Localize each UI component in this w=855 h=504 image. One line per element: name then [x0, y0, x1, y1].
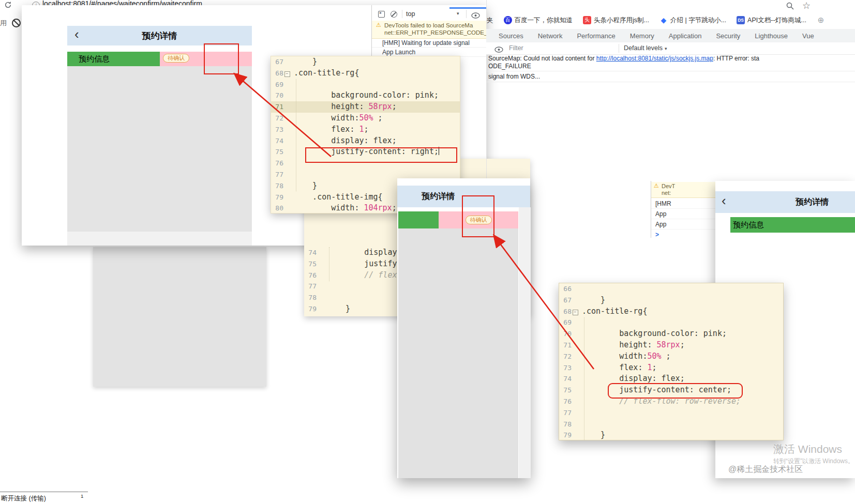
console-prompt[interactable]: >: [651, 230, 716, 238]
dropdown-caret-icon[interactable]: ▾: [457, 11, 459, 16]
tab-memory[interactable]: Memory: [630, 32, 654, 40]
line-number[interactable]: 74: [559, 373, 572, 385]
line-number[interactable]: 79: [304, 303, 317, 315]
code-line-70[interactable]: 70 background-color: pink;: [559, 328, 783, 340]
line-number[interactable]: 67: [559, 295, 572, 306]
line-number-gutter[interactable]: 72: [271, 113, 291, 124]
line-number-gutter[interactable]: 70: [559, 328, 579, 340]
sourcemap-link[interactable]: http://localhost:8081/static/js/sockjs.j…: [596, 55, 713, 62]
code-line-71[interactable]: 71 height: 58rpx;: [559, 340, 783, 351]
line-number-gutter[interactable]: 79: [271, 192, 291, 203]
line-number[interactable]: 72: [271, 113, 283, 124]
line-number[interactable]: 69: [271, 79, 283, 90]
tab-application[interactable]: Application: [669, 32, 702, 40]
line-number[interactable]: 75: [559, 385, 572, 396]
line-number-gutter[interactable]: 71: [559, 340, 579, 351]
code-line-68[interactable]: 68−.con-title-rg{: [559, 306, 783, 317]
line-number-gutter[interactable]: 67: [271, 56, 291, 68]
code-fold-icon[interactable]: −: [283, 68, 291, 79]
line-number[interactable]: 74: [304, 247, 317, 258]
tab-network[interactable]: Network: [538, 32, 563, 40]
bookmark-globe[interactable]: ⊕: [817, 16, 825, 24]
code-line-72[interactable]: 72 width:50% ;: [271, 113, 460, 124]
clear-console-icon[interactable]: [391, 11, 397, 18]
bookmark-star-icon[interactable]: ☆: [802, 0, 811, 11]
line-number-gutter[interactable]: 69: [271, 79, 291, 90]
line-number[interactable]: 76: [559, 396, 572, 407]
line-number[interactable]: 75: [304, 258, 317, 270]
bookmark-toutiao[interactable]: 头头条小程序用js制...: [583, 16, 649, 25]
code-line-67[interactable]: 67 }: [271, 56, 460, 68]
line-number-gutter[interactable]: 78: [271, 180, 291, 192]
line-number-gutter[interactable]: 69: [559, 317, 579, 328]
code-line-73[interactable]: 73 flex: 1;: [271, 124, 460, 135]
line-number-gutter[interactable]: 66: [559, 283, 579, 295]
line-number-gutter[interactable]: 76: [559, 396, 579, 407]
bookmark-ds[interactable]: DSAPI文档--灯饰商城...: [737, 16, 806, 25]
code-line-79[interactable]: 79 }: [559, 430, 783, 440]
line-number[interactable]: 73: [559, 362, 572, 374]
code-line-77[interactable]: 77: [559, 407, 783, 419]
code-line-69[interactable]: 69: [271, 79, 460, 90]
line-number[interactable]: 68: [559, 306, 572, 317]
line-number[interactable]: 76: [271, 158, 283, 169]
code-line-68[interactable]: 68−.con-title-rg{: [271, 68, 460, 79]
console-sidebar-icon[interactable]: [378, 11, 385, 18]
search-icon[interactable]: [786, 2, 794, 12]
back-chevron-icon[interactable]: ‹: [74, 26, 79, 42]
code-line-70[interactable]: 70 background-color: pink;: [271, 90, 460, 101]
line-number-gutter[interactable]: 77: [559, 407, 579, 419]
code-line-72[interactable]: 72 width:50% ;: [559, 351, 783, 362]
line-number[interactable]: 78: [271, 180, 283, 192]
line-number-gutter[interactable]: 79: [559, 430, 579, 440]
line-number[interactable]: 70: [559, 328, 572, 340]
tab-lighthouse[interactable]: Lighthouse: [755, 32, 788, 40]
bookmark-bytedance[interactable]: ◆介绍 | 字节跳动小...: [659, 16, 726, 25]
line-number-gutter[interactable]: 68−: [559, 306, 579, 317]
line-number[interactable]: 73: [271, 124, 283, 135]
line-number[interactable]: 72: [559, 351, 572, 362]
line-number-gutter[interactable]: 75: [304, 258, 324, 270]
line-number-gutter[interactable]: 77: [304, 281, 324, 292]
reload-icon[interactable]: [4, 1, 12, 11]
code-fold-icon[interactable]: −: [572, 306, 579, 317]
line-number-gutter[interactable]: 74: [304, 247, 324, 258]
code-line-71[interactable]: 71 height: 58rpx;: [271, 101, 460, 113]
line-number[interactable]: 78: [559, 419, 572, 430]
blocked-icon[interactable]: [12, 19, 21, 27]
line-number[interactable]: 79: [559, 430, 572, 440]
code-line-69[interactable]: 69: [559, 317, 783, 328]
bookmark-baidu[interactable]: 百百度一下，你就知道: [504, 16, 573, 25]
line-number[interactable]: 69: [559, 317, 572, 328]
code-line-78[interactable]: 78: [559, 419, 783, 430]
line-number-gutter[interactable]: 77: [271, 169, 291, 180]
line-number[interactable]: 79: [271, 192, 283, 203]
line-number-gutter[interactable]: 80: [271, 203, 291, 213]
code-line-73[interactable]: 73 flex: 1;: [559, 362, 783, 374]
code-line-66[interactable]: 66: [559, 283, 783, 295]
line-number-gutter[interactable]: 74: [271, 135, 291, 147]
line-number[interactable]: 71: [559, 340, 572, 351]
live-expression-eye-icon[interactable]: [471, 11, 480, 21]
line-number-gutter[interactable]: 74: [559, 373, 579, 385]
tab-security[interactable]: Security: [716, 32, 740, 40]
line-number-gutter[interactable]: 70: [271, 90, 291, 101]
line-number[interactable]: 75: [271, 146, 283, 158]
line-number-gutter[interactable]: 76: [271, 158, 291, 169]
line-number-gutter[interactable]: 72: [559, 351, 579, 362]
line-number[interactable]: 77: [304, 281, 317, 292]
line-number[interactable]: 80: [271, 203, 283, 213]
line-number[interactable]: 66: [559, 283, 572, 295]
scrollbar-gutter[interactable]: [518, 207, 531, 478]
line-number[interactable]: 77: [271, 169, 283, 180]
line-number-gutter[interactable]: 73: [559, 362, 579, 374]
tab-performance[interactable]: Performance: [577, 32, 615, 40]
line-number[interactable]: 67: [271, 56, 283, 68]
line-number[interactable]: 74: [271, 135, 283, 147]
tab-sources[interactable]: Sources: [499, 32, 523, 40]
frame-context-select[interactable]: top: [406, 10, 415, 18]
code-line-67[interactable]: 67 }: [559, 295, 783, 306]
line-number-gutter[interactable]: 76: [304, 270, 324, 281]
line-number[interactable]: 70: [271, 90, 283, 101]
line-number-gutter[interactable]: 73: [271, 124, 291, 135]
